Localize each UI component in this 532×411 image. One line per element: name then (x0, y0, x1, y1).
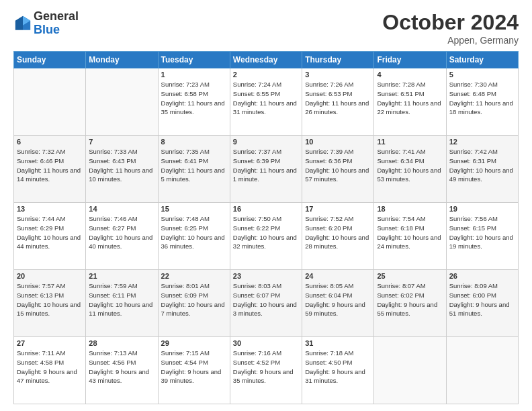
day-detail: Sunrise: 7:59 AMSunset: 6:11 PMDaylight:… (89, 281, 154, 318)
day-detail: Sunrise: 8:05 AMSunset: 6:04 PMDaylight:… (305, 281, 371, 318)
calendar-cell: 20 Sunrise: 7:57 AMSunset: 6:13 PMDaylig… (14, 270, 86, 337)
day-number: 10 (305, 138, 371, 146)
day-detail: Sunrise: 7:52 AMSunset: 6:20 PMDaylight:… (305, 214, 371, 251)
day-number: 9 (233, 138, 299, 146)
day-detail: Sunrise: 7:24 AMSunset: 6:55 PMDaylight:… (233, 80, 299, 117)
day-number: 26 (449, 272, 515, 280)
day-detail: Sunrise: 7:50 AMSunset: 6:22 PMDaylight:… (233, 214, 299, 251)
day-number: 4 (377, 71, 443, 79)
day-number: 8 (161, 138, 227, 146)
day-number: 1 (161, 71, 227, 79)
weekday-header: Tuesday (158, 52, 230, 68)
day-number: 11 (377, 138, 443, 146)
calendar-cell (374, 337, 446, 404)
calendar-cell (86, 68, 158, 136)
day-detail: Sunrise: 7:33 AMSunset: 6:43 PMDaylight:… (89, 147, 154, 184)
day-detail: Sunrise: 8:01 AMSunset: 6:09 PMDaylight:… (161, 281, 227, 318)
day-detail: Sunrise: 7:26 AMSunset: 6:53 PMDaylight:… (305, 80, 371, 117)
day-detail: Sunrise: 7:18 AMSunset: 4:50 PMDaylight:… (305, 349, 371, 385)
logo-text: General Blue (34, 10, 79, 37)
weekday-header: Friday (374, 52, 446, 68)
calendar-cell: 1 Sunrise: 7:23 AMSunset: 6:58 PMDayligh… (158, 68, 230, 136)
calendar-week-row: 20 Sunrise: 7:57 AMSunset: 6:13 PMDaylig… (14, 270, 519, 337)
calendar-cell: 12 Sunrise: 7:42 AMSunset: 6:31 PMDaylig… (446, 136, 518, 203)
day-detail: Sunrise: 7:39 AMSunset: 6:36 PMDaylight:… (305, 147, 371, 184)
location: Appen, Germany (382, 35, 519, 46)
logo-general-text: General (34, 10, 79, 24)
calendar-cell: 28 Sunrise: 7:13 AMSunset: 4:56 PMDaylig… (86, 337, 158, 404)
calendar-cell: 8 Sunrise: 7:35 AMSunset: 6:41 PMDayligh… (158, 136, 230, 203)
day-detail: Sunrise: 7:54 AMSunset: 6:18 PMDaylight:… (377, 214, 443, 251)
weekday-header: Saturday (446, 52, 518, 68)
day-number: 20 (17, 272, 83, 280)
calendar-cell: 18 Sunrise: 7:54 AMSunset: 6:18 PMDaylig… (374, 203, 446, 270)
day-detail: Sunrise: 7:28 AMSunset: 6:51 PMDaylight:… (377, 80, 443, 117)
day-detail: Sunrise: 7:37 AMSunset: 6:39 PMDaylight:… (233, 147, 299, 184)
day-detail: Sunrise: 7:16 AMSunset: 4:52 PMDaylight:… (233, 349, 299, 385)
calendar-cell: 14 Sunrise: 7:46 AMSunset: 6:27 PMDaylig… (86, 203, 158, 270)
calendar-cell (446, 337, 518, 404)
calendar-table: SundayMondayTuesdayWednesdayThursdayFrid… (13, 51, 519, 404)
day-detail: Sunrise: 8:03 AMSunset: 6:07 PMDaylight:… (233, 281, 299, 318)
day-number: 12 (449, 138, 515, 146)
calendar-cell: 25 Sunrise: 8:07 AMSunset: 6:02 PMDaylig… (374, 270, 446, 337)
calendar-week-row: 1 Sunrise: 7:23 AMSunset: 6:58 PMDayligh… (14, 68, 519, 136)
day-number: 7 (89, 138, 154, 146)
day-detail: Sunrise: 7:48 AMSunset: 6:25 PMDaylight:… (161, 214, 227, 251)
calendar-week-row: 27 Sunrise: 7:11 AMSunset: 4:58 PMDaylig… (14, 337, 519, 404)
day-detail: Sunrise: 7:57 AMSunset: 6:13 PMDaylight:… (17, 281, 83, 318)
calendar-cell: 30 Sunrise: 7:16 AMSunset: 4:52 PMDaylig… (230, 337, 302, 404)
calendar-cell: 16 Sunrise: 7:50 AMSunset: 6:22 PMDaylig… (230, 203, 302, 270)
header: General Blue October 2024 Appen, Germany (13, 10, 519, 46)
day-number: 27 (17, 339, 83, 347)
calendar-week-row: 6 Sunrise: 7:32 AMSunset: 6:46 PMDayligh… (14, 136, 519, 203)
calendar-cell (14, 68, 86, 136)
logo-icon (13, 14, 32, 33)
month-title: October 2024 (382, 10, 519, 35)
day-number: 5 (449, 71, 515, 79)
calendar-cell: 15 Sunrise: 7:48 AMSunset: 6:25 PMDaylig… (158, 203, 230, 270)
calendar-cell: 23 Sunrise: 8:03 AMSunset: 6:07 PMDaylig… (230, 270, 302, 337)
calendar-cell: 29 Sunrise: 7:15 AMSunset: 4:54 PMDaylig… (158, 337, 230, 404)
day-number: 18 (377, 205, 443, 213)
day-detail: Sunrise: 7:42 AMSunset: 6:31 PMDaylight:… (449, 147, 515, 184)
day-number: 28 (89, 339, 154, 347)
day-number: 21 (89, 272, 154, 280)
calendar-cell: 19 Sunrise: 7:56 AMSunset: 6:15 PMDaylig… (446, 203, 518, 270)
calendar-cell: 2 Sunrise: 7:24 AMSunset: 6:55 PMDayligh… (230, 68, 302, 136)
calendar-cell: 22 Sunrise: 8:01 AMSunset: 6:09 PMDaylig… (158, 270, 230, 337)
day-detail: Sunrise: 7:30 AMSunset: 6:48 PMDaylight:… (449, 80, 515, 117)
day-detail: Sunrise: 8:07 AMSunset: 6:02 PMDaylight:… (377, 281, 443, 318)
calendar-cell: 27 Sunrise: 7:11 AMSunset: 4:58 PMDaylig… (14, 337, 86, 404)
day-number: 17 (305, 205, 371, 213)
day-number: 22 (161, 272, 227, 280)
calendar-cell: 17 Sunrise: 7:52 AMSunset: 6:20 PMDaylig… (302, 203, 374, 270)
day-detail: Sunrise: 7:56 AMSunset: 6:15 PMDaylight:… (449, 214, 515, 251)
day-detail: Sunrise: 8:09 AMSunset: 6:00 PMDaylight:… (449, 281, 515, 318)
calendar-cell: 5 Sunrise: 7:30 AMSunset: 6:48 PMDayligh… (446, 68, 518, 136)
calendar-cell: 4 Sunrise: 7:28 AMSunset: 6:51 PMDayligh… (374, 68, 446, 136)
calendar-cell: 24 Sunrise: 8:05 AMSunset: 6:04 PMDaylig… (302, 270, 374, 337)
day-number: 16 (233, 205, 299, 213)
day-detail: Sunrise: 7:46 AMSunset: 6:27 PMDaylight:… (89, 214, 154, 251)
svg-marker-1 (15, 16, 23, 30)
day-detail: Sunrise: 7:23 AMSunset: 6:58 PMDaylight:… (161, 80, 227, 117)
logo: General Blue (13, 10, 79, 37)
day-number: 23 (233, 272, 299, 280)
weekday-header: Wednesday (230, 52, 302, 68)
day-number: 25 (377, 272, 443, 280)
calendar-cell: 21 Sunrise: 7:59 AMSunset: 6:11 PMDaylig… (86, 270, 158, 337)
day-number: 30 (233, 339, 299, 347)
calendar-cell: 11 Sunrise: 7:41 AMSunset: 6:34 PMDaylig… (374, 136, 446, 203)
day-detail: Sunrise: 7:32 AMSunset: 6:46 PMDaylight:… (17, 147, 83, 184)
calendar-cell: 10 Sunrise: 7:39 AMSunset: 6:36 PMDaylig… (302, 136, 374, 203)
calendar-cell: 9 Sunrise: 7:37 AMSunset: 6:39 PMDayligh… (230, 136, 302, 203)
day-detail: Sunrise: 7:44 AMSunset: 6:29 PMDaylight:… (17, 214, 83, 251)
day-number: 15 (161, 205, 227, 213)
weekday-header: Monday (86, 52, 158, 68)
calendar-week-row: 13 Sunrise: 7:44 AMSunset: 6:29 PMDaylig… (14, 203, 519, 270)
day-number: 31 (305, 339, 371, 347)
day-detail: Sunrise: 7:13 AMSunset: 4:56 PMDaylight:… (89, 349, 154, 385)
calendar-cell: 3 Sunrise: 7:26 AMSunset: 6:53 PMDayligh… (302, 68, 374, 136)
weekday-header: Sunday (14, 52, 86, 68)
